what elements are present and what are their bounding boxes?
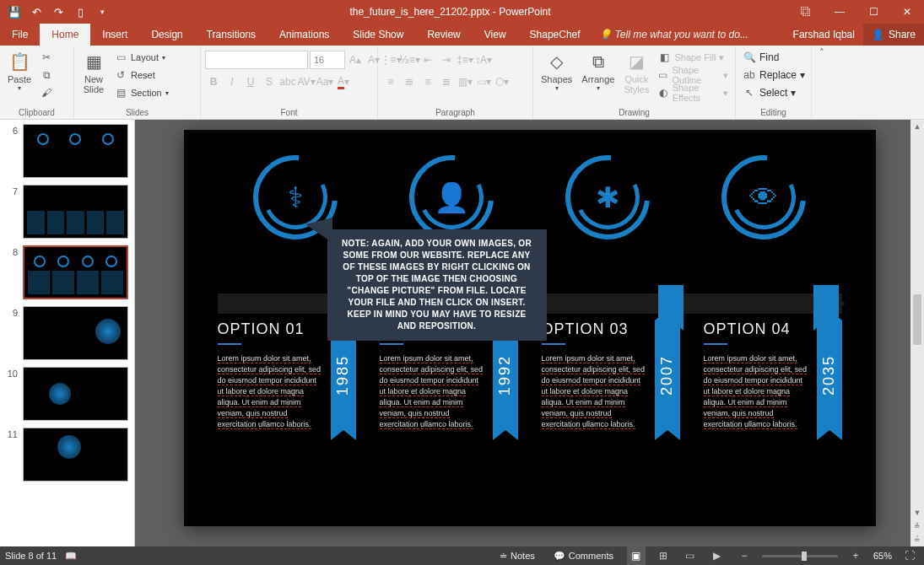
align-left-button[interactable]: ≡ [382, 73, 399, 91]
smartart-button[interactable]: ⬡▾ [494, 73, 511, 91]
option-column[interactable]: OPTION 04 Lorem ipsum dolor sit amet, co… [704, 320, 842, 430]
copy-button[interactable]: ⧉ [37, 67, 56, 83]
start-from-beginning-icon[interactable]: ▯ [71, 3, 89, 21]
increase-indent-button[interactable]: ⇥ [438, 51, 455, 69]
text-direction-button[interactable]: ↕A▾ [475, 51, 492, 69]
next-slide-icon[interactable]: ≟ [910, 533, 924, 546]
quick-styles-button[interactable]: ◪Quick Styles [620, 47, 652, 96]
zoom-slider[interactable] [762, 555, 838, 557]
tab-insert[interactable]: Insert [90, 24, 139, 46]
bullets-button[interactable]: ⋮≡▾ [382, 51, 399, 69]
save-icon[interactable]: 💾 [5, 3, 24, 21]
find-button[interactable]: 🔍Find [740, 49, 808, 66]
slide-thumbnail[interactable]: 8 [1, 242, 133, 303]
italic-button[interactable]: I [224, 73, 240, 91]
tab-shapechef[interactable]: ShapeChef [518, 24, 592, 46]
slide-thumbnail[interactable]: 6 [1, 121, 133, 181]
hud-eye-icon[interactable]: 👁 [721, 155, 806, 239]
tab-home[interactable]: Home [40, 24, 90, 46]
prev-slide-icon[interactable]: ≜ [910, 519, 924, 533]
zoom-out-icon[interactable]: − [735, 546, 754, 565]
maximize-icon[interactable]: ☐ [856, 0, 890, 24]
columns-button[interactable]: ▥▾ [457, 73, 473, 91]
year-flag[interactable]: 2035 [817, 320, 842, 430]
notes-button[interactable]: ≐Notes [494, 551, 540, 562]
align-center-button[interactable]: ≣ [401, 73, 418, 91]
slide-thumbnail[interactable]: 11 [1, 424, 133, 485]
fit-to-window-icon[interactable]: ⛶ [900, 546, 919, 565]
new-slide-button[interactable]: ▦ New Slide [78, 47, 109, 96]
arrange-button[interactable]: ⧉Arrange▾ [578, 47, 618, 94]
scroll-thumb[interactable] [913, 294, 921, 345]
tab-animations[interactable]: Animations [267, 24, 341, 46]
spellcheck-icon[interactable]: 📖 [65, 551, 77, 562]
strikethrough-button[interactable]: S [261, 73, 278, 91]
scroll-up-icon[interactable]: ▲ [910, 120, 924, 133]
tab-view[interactable]: View [473, 24, 518, 46]
cut-button[interactable]: ✂ [37, 49, 56, 66]
hud-network-icon[interactable]: ✱ [565, 155, 650, 239]
select-button[interactable]: ↖Select ▾ [740, 84, 808, 101]
slide-thumbnail[interactable]: 10 [1, 363, 133, 424]
shape-outline-button[interactable]: ▭Shape Outline ▾ [655, 67, 731, 83]
slide-thumbnail[interactable]: 7 [1, 181, 133, 242]
tab-file[interactable]: File [0, 24, 40, 46]
share-button[interactable]: 👤Share [863, 24, 924, 46]
format-painter-button[interactable]: 🖌 [37, 84, 56, 101]
tab-design[interactable]: Design [139, 24, 194, 46]
vertical-scrollbar[interactable]: ▲ ▼ ≜ ≟ [910, 120, 924, 546]
slide-indicator[interactable]: Slide 8 of 11 [5, 551, 57, 561]
sorter-view-icon[interactable]: ⊞ [654, 546, 673, 565]
undo-icon[interactable]: ↶ [27, 3, 46, 21]
qat-more-icon[interactable]: ▾ [93, 3, 111, 21]
increase-font-icon[interactable]: A▴ [347, 51, 364, 69]
ribbon-display-options-icon[interactable]: ⿻ [789, 0, 823, 24]
font-color-button[interactable]: A▾ [335, 73, 352, 91]
slide-thumbnail-panel[interactable]: 6 7 8 9 10 11 [0, 120, 135, 546]
minimize-icon[interactable]: — [823, 0, 856, 24]
slide-canvas-area[interactable]: ⚕ 👤 ✱ 👁 OPTION 01 Lorem ipsum dolor sit … [135, 120, 924, 546]
tab-transitions[interactable]: Transitions [195, 24, 267, 46]
font-size-select[interactable]: 16 [310, 51, 345, 69]
underline-button[interactable]: U [242, 73, 259, 91]
zoom-level[interactable]: 65% [873, 551, 892, 561]
shadow-button[interactable]: abc [279, 73, 296, 91]
comments-button[interactable]: 💬Comments [548, 551, 619, 562]
reading-view-icon[interactable]: ▭ [681, 546, 700, 565]
decrease-indent-button[interactable]: ⇤ [419, 51, 436, 69]
zoom-in-icon[interactable]: + [846, 546, 865, 565]
year-flag[interactable]: 2007 [655, 320, 680, 430]
align-text-button[interactable]: ▭▾ [475, 73, 492, 91]
scroll-down-icon[interactable]: ▼ [910, 506, 924, 519]
align-right-button[interactable]: ≡ [419, 73, 436, 91]
numbering-button[interactable]: ⅓≡▾ [401, 51, 418, 69]
tab-review[interactable]: Review [415, 24, 472, 46]
line-spacing-button[interactable]: ‡≡▾ [457, 51, 473, 69]
justify-button[interactable]: ≣ [438, 73, 455, 91]
hud-doctor-icon[interactable]: 👤 [409, 155, 494, 239]
collapse-ribbon-icon[interactable]: ˄ [812, 46, 832, 119]
slide[interactable]: ⚕ 👤 ✱ 👁 OPTION 01 Lorem ipsum dolor sit … [184, 130, 876, 526]
instruction-callout[interactable]: NOTE: AGAIN, ADD YOUR OWN IMAGES, OR SOM… [327, 229, 547, 341]
section-button[interactable]: ▤Section ▾ [111, 84, 171, 101]
option-column[interactable]: OPTION 03 Lorem ipsum dolor sit amet, co… [542, 320, 680, 430]
font-family-select[interactable] [205, 51, 308, 69]
slide-thumbnail[interactable]: 9 [1, 303, 133, 363]
paste-button[interactable]: 📋 Paste ▾ [4, 47, 35, 94]
tab-slideshow[interactable]: Slide Show [341, 24, 415, 46]
close-icon[interactable]: ✕ [890, 0, 924, 24]
layout-button[interactable]: ▭Layout ▾ [111, 49, 171, 66]
normal-view-icon[interactable]: ▣ [627, 546, 646, 565]
account-user[interactable]: Farshad Iqbal [785, 24, 863, 46]
shapes-button[interactable]: ◇Shapes▾ [538, 47, 575, 94]
shape-effects-button[interactable]: ◐Shape Effects ▾ [655, 84, 731, 101]
spacing-button[interactable]: AV▾ [298, 73, 315, 91]
replace-button[interactable]: abReplace ▾ [740, 67, 808, 83]
bold-button[interactable]: B [205, 73, 222, 91]
slideshow-view-icon[interactable]: ▶ [708, 546, 727, 565]
change-case-button[interactable]: Aa▾ [316, 73, 333, 91]
redo-icon[interactable]: ↷ [49, 3, 68, 21]
reset-button[interactable]: ↺Reset [111, 67, 171, 83]
tell-me-search[interactable]: 💡Tell me what you want to do... [592, 24, 755, 46]
shape-fill-button[interactable]: ◧Shape Fill ▾ [655, 49, 731, 66]
